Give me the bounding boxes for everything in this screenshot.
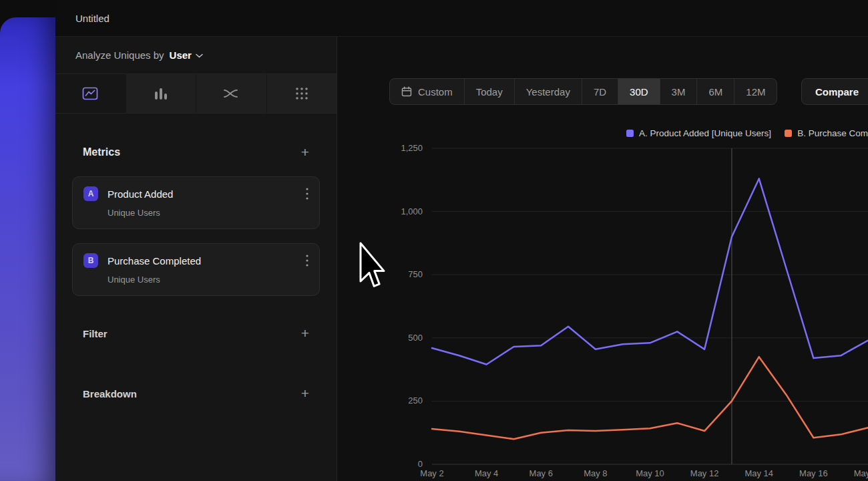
tab-retention[interactable] [266, 74, 337, 113]
bar-chart-icon [154, 87, 168, 100]
metric-card-a[interactable]: A Product Added Unique Users [72, 176, 320, 229]
flows-icon [223, 88, 239, 100]
breakdown-title: Breakdown [83, 388, 137, 399]
add-breakdown-button[interactable]: + [301, 387, 309, 400]
visualization-tabs [55, 74, 337, 114]
metrics-header: Metrics + [72, 144, 320, 160]
top-bar: Untitled [55, 0, 868, 37]
tab-bar-chart[interactable] [126, 74, 196, 113]
metric-measure[interactable]: Unique Users [107, 208, 308, 218]
y-axis-label: 750 [408, 269, 423, 279]
y-axis-label: 1,250 [401, 143, 423, 153]
x-axis-label: May 6 [529, 468, 553, 478]
line-chart[interactable]: 02505007501,0001,250May 2May 4May 6May 8… [337, 37, 868, 481]
metric-card-b[interactable]: B Purchase Completed Unique Users [72, 243, 320, 296]
series-line-B[interactable] [432, 357, 868, 439]
report-title[interactable]: Untitled [75, 13, 110, 24]
filter-title: Filter [83, 328, 107, 339]
metric-name[interactable]: Product Added [107, 188, 306, 200]
metric-badge-b: B [83, 253, 98, 268]
metrics-section: Metrics + A Product Added Unique Users B… [55, 144, 337, 402]
metric-options-kebab-icon[interactable] [306, 188, 308, 200]
metric-name[interactable]: Purchase Completed [107, 255, 306, 267]
add-metric-button[interactable]: + [301, 146, 309, 159]
chart-panel: Custom Today Yesterday 7D 30D 3M 6M 12M … [337, 37, 868, 481]
breakdown-header: Breakdown + [72, 385, 320, 402]
analyze-by-value: User [170, 49, 192, 61]
x-axis-label: May 2 [420, 468, 443, 478]
y-axis-label: 0 [418, 459, 423, 469]
dots-grid-icon [294, 86, 309, 101]
chevron-down-icon [196, 53, 203, 58]
x-axis-label: May 8 [584, 468, 607, 478]
series-line-A[interactable] [432, 178, 868, 364]
y-axis-label: 1,000 [401, 206, 423, 216]
x-axis-label: May 18 [854, 468, 868, 478]
tab-insights[interactable] [55, 74, 126, 113]
metric-measure[interactable]: Unique Users [107, 275, 308, 285]
x-axis-label: May 14 [744, 468, 773, 478]
x-axis-label: May 16 [799, 468, 828, 478]
y-axis-label: 500 [408, 333, 423, 343]
x-axis-label: May 10 [636, 468, 664, 478]
query-sidebar: Analyze Uniques by User [55, 37, 337, 481]
analyze-label: Analyze Uniques by [75, 49, 164, 61]
y-axis-label: 250 [408, 395, 423, 406]
metric-options-kebab-icon[interactable] [306, 255, 308, 267]
line-chart-icon [82, 87, 98, 100]
metrics-title: Metrics [83, 146, 120, 158]
x-axis-label: May 12 [690, 468, 719, 478]
tab-flows[interactable] [196, 74, 266, 113]
workspace-edge-panel [0, 17, 55, 481]
filter-header: Filter + [72, 325, 320, 341]
analyze-row: Analyze Uniques by User [55, 37, 337, 74]
metric-badge-a: A [83, 186, 98, 201]
analyze-by-dropdown[interactable]: User [170, 49, 203, 61]
add-filter-button[interactable]: + [301, 327, 309, 340]
x-axis-label: May 4 [475, 468, 498, 478]
